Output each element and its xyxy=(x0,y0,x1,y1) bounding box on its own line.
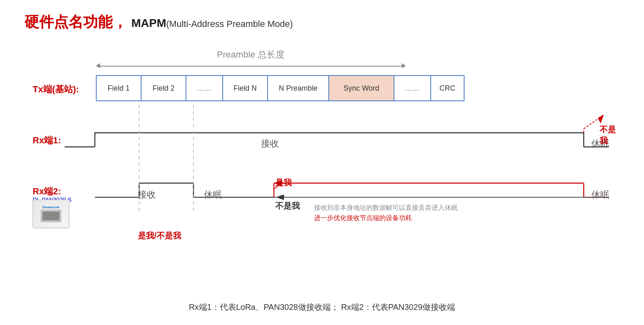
label-jieshou-desc: 接收到非本身地址的数据帧可以直接丢弃进入休眠 xyxy=(314,204,458,212)
label-jieshou: 接收 xyxy=(261,138,279,150)
title-english-bold: MAPM(Multi-Address Preamble Mode) xyxy=(131,17,293,30)
label-shime: 是我 xyxy=(275,177,292,188)
label-jieshou-desc2: 进一步优化接收节点端的设备功耗 xyxy=(314,214,412,223)
title-english-sub: (Multi-Address Preamble Mode) xyxy=(166,19,293,29)
arrow-left-icon xyxy=(96,62,100,70)
label-rx1-bushi: 不是我 xyxy=(600,124,620,146)
rx2-label: Rx端2: xyxy=(33,185,61,198)
page-container: 硬件点名功能， MAPM(Multi-Address Preamble Mode… xyxy=(0,0,644,325)
packet-fieldn: Field N xyxy=(223,76,268,100)
packet-container: Field 1 Field 2 …… Field N N Preamble Sy… xyxy=(96,75,465,101)
packet-dots2: …… xyxy=(394,76,431,100)
packet-dots1: …… xyxy=(186,76,223,100)
packet-field1: Field 1 xyxy=(97,76,142,100)
tx-label: Tx端(基站): xyxy=(33,83,79,96)
packet-crc: CRC xyxy=(431,76,464,100)
packet-syncword: Sync Word xyxy=(329,76,394,100)
packet-field2: Field 2 xyxy=(142,76,186,100)
svg-marker-18 xyxy=(598,115,604,124)
packet-npreamble: N Preamble xyxy=(268,76,329,100)
bottom-note: Rx端1：代表LoRa、PAN3028做接收端； Rx端2：代表PAN3029做… xyxy=(0,302,644,313)
title-chinese: 硬件点名功能， xyxy=(24,12,127,32)
rx1-label: Rx端1: xyxy=(33,134,61,147)
arrow-right-icon xyxy=(402,62,406,70)
svg-marker-13 xyxy=(276,194,284,200)
device-logo: DreamLink xyxy=(42,205,59,209)
label-rx2-sleep1: 休眠 xyxy=(204,189,222,201)
preamble-arrow: Preamble 总长度 xyxy=(96,49,406,70)
arrow-line-body xyxy=(100,66,402,67)
label-bushi: 不是我 xyxy=(275,200,300,211)
preamble-arrow-line xyxy=(96,62,406,70)
label-rx2-jieshou: 接收 xyxy=(138,189,156,201)
preamble-label: Preamble 总长度 xyxy=(96,49,406,61)
label-rx2-sleep2: 休眠 xyxy=(591,189,609,201)
device-chip xyxy=(41,210,61,222)
title-area: 硬件点名功能， MAPM(Multi-Address Preamble Mode… xyxy=(24,12,620,32)
device-image: DreamLink xyxy=(33,200,69,228)
label-shime-bushi: 是我/不是我 xyxy=(138,230,181,241)
diagram-area: Preamble 总长度 Tx端(基站): Field 1 Field 2 ……… xyxy=(24,45,620,298)
